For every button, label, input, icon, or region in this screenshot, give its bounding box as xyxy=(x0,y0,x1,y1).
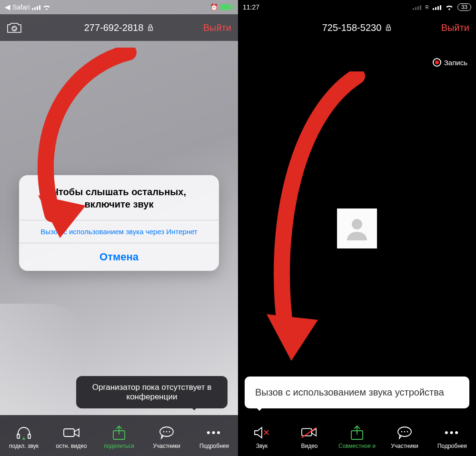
headphones-icon xyxy=(15,425,32,440)
toolbar-share-button[interactable]: Совместное и xyxy=(333,422,381,449)
svg-point-20 xyxy=(407,431,408,432)
speaker-muted-icon xyxy=(253,425,270,440)
toolbar-video-label: Видео xyxy=(301,443,317,449)
more-icon: ••• xyxy=(206,425,223,440)
lock-icon: E xyxy=(147,24,154,31)
meeting-id-text: 277-692-2818 xyxy=(84,22,144,33)
leave-button[interactable]: Выйти xyxy=(203,22,231,33)
phone-left: ◀ Safari ⏰ 277-692-2818 E Выйти Чтобы сл… xyxy=(0,0,238,456)
svg-text:E: E xyxy=(388,28,390,30)
toolbar-audio-button[interactable]: Звук xyxy=(238,422,286,449)
switch-camera-button[interactable] xyxy=(5,20,24,35)
toolbar-participants-label: Участники xyxy=(391,443,418,449)
svg-point-8 xyxy=(163,431,165,432)
bottom-toolbar: Звук Видео Совместное и Участники •• xyxy=(238,415,476,456)
chat-icon xyxy=(396,425,413,440)
video-icon xyxy=(63,425,80,440)
video-off-icon xyxy=(301,425,318,440)
toolbar-video-label: остн. видео xyxy=(56,443,87,449)
toolbar-more-button[interactable]: ••• Подробнее xyxy=(190,422,238,449)
svg-point-10 xyxy=(169,431,170,432)
signal-icon xyxy=(32,4,40,10)
meeting-top-bar: 725-158-5230 E Выйти xyxy=(238,14,476,41)
wifi-icon xyxy=(445,4,454,10)
person-icon xyxy=(343,215,371,242)
svg-rect-5 xyxy=(64,429,74,436)
status-time: 11:27 xyxy=(243,3,259,11)
lock-icon: E xyxy=(385,24,392,31)
signal-icon-2 xyxy=(433,4,441,10)
toolbar-video-button[interactable]: остн. видео xyxy=(48,422,95,449)
meeting-id-text: 725-158-5230 xyxy=(322,22,382,33)
back-app-label: Safari xyxy=(12,3,30,11)
more-icon: ••• xyxy=(444,425,461,440)
battery-pill: 33 xyxy=(457,3,471,11)
record-icon xyxy=(433,58,441,67)
leave-button[interactable]: Выйти xyxy=(441,22,469,33)
bottom-toolbar: подкл. звук остн. видео поделиться Участ… xyxy=(0,415,238,456)
organizer-absent-tooltip: Организатор пока отсутствует в конференц… xyxy=(76,376,228,408)
alert-option-internet-audio[interactable]: Вызов с использованием звука через Интер… xyxy=(19,220,219,243)
toolbar-audio-label: Звук xyxy=(256,443,268,449)
toolbar-more-label: Подробнее xyxy=(199,443,229,449)
participant-avatar xyxy=(337,208,377,248)
toolbar-share-label: Совместное и xyxy=(338,443,376,449)
wifi-icon xyxy=(42,4,51,10)
alarm-icon: ⏰ xyxy=(210,3,218,11)
meeting-top-bar: 277-692-2818 E Выйти xyxy=(0,14,238,41)
chat-icon xyxy=(158,425,175,440)
toolbar-participants-label: Участники xyxy=(153,443,180,449)
toolbar-audio-button[interactable]: подкл. звук xyxy=(0,422,48,449)
svg-point-13 xyxy=(352,219,362,229)
share-icon xyxy=(348,425,366,440)
phone-right: 11:27 R 33 725-158-5230 E Выйти Запись В… xyxy=(238,0,476,456)
toolbar-share-label: поделиться xyxy=(104,443,134,449)
device-audio-popup[interactable]: Вызов с использованием звука устройства xyxy=(245,377,469,408)
meeting-id[interactable]: 725-158-5230 E xyxy=(322,22,392,33)
battery-icon xyxy=(220,4,233,10)
organizer-absent-text: Организатор пока отсутствует в конференц… xyxy=(92,383,212,401)
svg-point-19 xyxy=(404,431,406,432)
svg-point-9 xyxy=(166,431,168,432)
toolbar-participants-button[interactable]: Участники xyxy=(381,422,428,449)
toolbar-participants-button[interactable]: Участники xyxy=(143,422,190,449)
audio-alert-dialog: Чтобы слышать остальных, включите звук В… xyxy=(19,175,219,271)
meeting-id[interactable]: 277-692-2818 E xyxy=(84,22,154,33)
toolbar-more-button[interactable]: ••• Подробнее xyxy=(428,422,476,449)
chevron-left-icon: ◀ xyxy=(5,3,10,11)
recording-label: Запись xyxy=(444,59,467,67)
share-icon xyxy=(110,425,128,440)
toolbar-share-button[interactable]: поделиться xyxy=(95,422,143,449)
device-audio-text: Вызов с использованием звука устройства xyxy=(255,387,444,397)
svg-point-0 xyxy=(12,26,17,31)
toolbar-video-button[interactable]: Видео xyxy=(286,422,333,449)
alert-cancel-button[interactable]: Отмена xyxy=(19,243,219,271)
toolbar-audio-label: подкл. звук xyxy=(9,443,39,449)
back-to-app[interactable]: ◀ Safari xyxy=(5,3,51,11)
svg-point-18 xyxy=(401,431,403,432)
svg-text:E: E xyxy=(150,28,152,30)
signal-icon xyxy=(413,4,421,10)
recording-indicator: Запись xyxy=(433,58,467,67)
status-bar: ◀ Safari ⏰ xyxy=(0,0,238,14)
roaming-icon: R xyxy=(425,5,428,10)
toolbar-more-label: Подробнее xyxy=(437,443,467,449)
alert-title: Чтобы слышать остальных, включите звук xyxy=(19,175,219,220)
status-bar: 11:27 R 33 xyxy=(238,0,476,14)
